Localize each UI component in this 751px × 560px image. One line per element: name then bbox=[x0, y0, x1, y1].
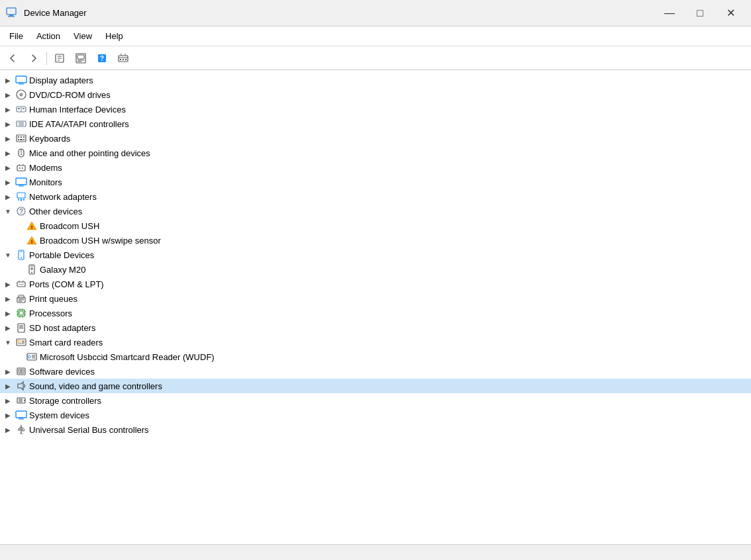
icon-network-adapters bbox=[15, 191, 27, 203]
expander-portable-devices[interactable] bbox=[3, 250, 13, 260]
expander-dvd-cdrom[interactable] bbox=[3, 89, 13, 100]
tree-item-keyboards[interactable]: Keyboards bbox=[0, 131, 751, 146]
icon-hid bbox=[15, 103, 27, 115]
svg-rect-37 bbox=[23, 136, 25, 138]
window-controls: — □ ✕ bbox=[654, 0, 746, 26]
svg-point-66 bbox=[21, 257, 22, 259]
expander-usb-controllers[interactable] bbox=[3, 424, 13, 435]
expander-processors[interactable] bbox=[3, 308, 13, 318]
icon-modems bbox=[15, 162, 27, 173]
expander-display-adapters[interactable] bbox=[3, 75, 13, 85]
tree-item-usb-controllers[interactable]: Universal Serial Bus controllers bbox=[0, 422, 751, 437]
tree-item-software-devices[interactable]: Software devices bbox=[0, 364, 751, 379]
label-software-devices: Software devices bbox=[29, 367, 95, 377]
expander-sound-video[interactable] bbox=[3, 381, 13, 391]
svg-rect-2 bbox=[8, 16, 15, 17]
svg-rect-40 bbox=[23, 139, 25, 140]
expander-other-devices[interactable] bbox=[3, 206, 13, 216]
back-button[interactable] bbox=[3, 49, 23, 68]
maximize-button[interactable]: □ bbox=[685, 0, 715, 26]
tree-item-modems[interactable]: Modems bbox=[0, 160, 751, 175]
svg-rect-52 bbox=[17, 193, 25, 198]
tree-item-mice[interactable]: Mice and other pointing devices bbox=[0, 146, 751, 160]
expander-sd-host[interactable] bbox=[3, 322, 13, 333]
tree-item-monitors[interactable]: Monitors bbox=[0, 175, 751, 189]
expander-software-devices[interactable] bbox=[3, 366, 13, 377]
expander-system-devices[interactable] bbox=[3, 410, 13, 420]
tree-item-ms-smartcard[interactable]: Microsoft Usbccid Smartcard Reader (WUDF… bbox=[0, 350, 751, 364]
icon-sound-video bbox=[15, 380, 27, 392]
svg-marker-112 bbox=[18, 382, 23, 390]
label-monitors: Monitors bbox=[29, 177, 62, 187]
separator-1 bbox=[46, 52, 47, 65]
icon-broadcom-ush-swipe: ! bbox=[26, 234, 38, 246]
tree-item-system-devices[interactable]: System devices bbox=[0, 408, 751, 422]
svg-point-48 bbox=[22, 167, 23, 169]
tree-item-sd-host[interactable]: SD host adapters bbox=[0, 320, 751, 335]
expander-monitors[interactable] bbox=[3, 177, 13, 187]
expander-modems[interactable] bbox=[3, 162, 13, 173]
minimize-button[interactable]: — bbox=[654, 0, 685, 26]
tree-item-smart-card[interactable]: Smart card readers bbox=[0, 335, 751, 350]
tree-item-broadcom-ush-swipe[interactable]: ! Broadcom USH w/swipe sensor bbox=[0, 233, 751, 248]
tree-item-processors[interactable]: Processors bbox=[0, 306, 751, 320]
expander-ports[interactable] bbox=[3, 279, 13, 289]
tree-item-portable-devices[interactable]: Portable Devices bbox=[0, 248, 751, 262]
close-button[interactable]: ✕ bbox=[715, 0, 746, 26]
menu-help[interactable]: Help bbox=[99, 28, 130, 44]
label-portable-devices: Portable Devices bbox=[29, 250, 94, 260]
expander-storage-controllers[interactable] bbox=[3, 395, 13, 406]
expander-hid[interactable] bbox=[3, 104, 13, 115]
help-button[interactable]: ? bbox=[92, 49, 112, 68]
tree-item-other-devices[interactable]: ? Other devices bbox=[0, 204, 751, 218]
label-usb-controllers: Universal Serial Bus controllers bbox=[29, 425, 149, 435]
expander-galaxy-m20 bbox=[13, 264, 24, 275]
label-display-adapters: Display adapters bbox=[29, 75, 93, 85]
label-mice: Mice and other pointing devices bbox=[29, 148, 150, 158]
icon-print-queues bbox=[15, 293, 27, 304]
device-tree: Display adapters DVD/CD-ROM drives Human… bbox=[0, 70, 751, 544]
label-galaxy-m20: Galaxy M20 bbox=[40, 265, 85, 275]
tree-item-print-queues[interactable]: Print queues bbox=[0, 291, 751, 306]
expander-network-adapters[interactable] bbox=[3, 191, 13, 202]
tree-item-ports[interactable]: Ports (COM & LPT) bbox=[0, 277, 751, 291]
icon-monitors bbox=[15, 176, 27, 188]
tree-item-sound-video[interactable]: Sound, video and game controllers bbox=[0, 379, 751, 393]
label-other-devices: Other devices bbox=[29, 207, 82, 216]
svg-rect-44 bbox=[17, 165, 25, 171]
svg-point-58 bbox=[23, 199, 25, 201]
expander-ide-ata[interactable] bbox=[3, 118, 13, 129]
expander-mice[interactable] bbox=[3, 148, 13, 158]
icon-smart-card bbox=[15, 336, 27, 348]
toolbar: ? bbox=[0, 46, 751, 70]
icon-dvd-cdrom bbox=[15, 89, 27, 101]
expander-smart-card[interactable] bbox=[3, 337, 13, 348]
tree-item-display-adapters[interactable]: Display adapters bbox=[0, 73, 751, 87]
expander-print-queues[interactable] bbox=[3, 293, 13, 304]
svg-point-114 bbox=[24, 400, 25, 401]
device-manager-button[interactable] bbox=[113, 49, 133, 68]
menu-file[interactable]: File bbox=[3, 28, 30, 44]
tree-item-dvd-cdrom[interactable]: DVD/CD-ROM drives bbox=[0, 87, 751, 102]
tree-item-storage-controllers[interactable]: Storage controllers bbox=[0, 393, 751, 408]
icon-broadcom-ush: ! bbox=[26, 220, 38, 232]
window-title: Device Manager bbox=[24, 8, 654, 18]
label-dvd-cdrom: DVD/CD-ROM drives bbox=[29, 90, 111, 100]
menu-action[interactable]: Action bbox=[30, 28, 67, 44]
tree-item-hid[interactable]: Human Interface Devices bbox=[0, 102, 751, 117]
svg-rect-124 bbox=[23, 429, 25, 431]
tree-item-ide-ata[interactable]: IDE ATA/ATAPI controllers bbox=[0, 117, 751, 131]
menu-view[interactable]: View bbox=[67, 28, 99, 44]
expander-keyboards[interactable] bbox=[3, 133, 13, 144]
icon-keyboards bbox=[15, 132, 27, 144]
tree-item-galaxy-m20[interactable]: Galaxy M20 bbox=[0, 262, 751, 277]
app-icon bbox=[5, 7, 19, 20]
tree-item-broadcom-ush[interactable]: ! Broadcom USH bbox=[0, 218, 751, 233]
svg-rect-34 bbox=[17, 135, 26, 142]
forward-button[interactable] bbox=[24, 49, 44, 68]
properties-button[interactable] bbox=[50, 49, 70, 68]
icon-processors bbox=[15, 307, 27, 319]
tree-item-network-adapters[interactable]: Network adapters bbox=[0, 189, 751, 204]
update-button[interactable] bbox=[71, 49, 91, 68]
label-ms-smartcard: Microsoft Usbccid Smartcard Reader (WUDF… bbox=[40, 352, 215, 362]
